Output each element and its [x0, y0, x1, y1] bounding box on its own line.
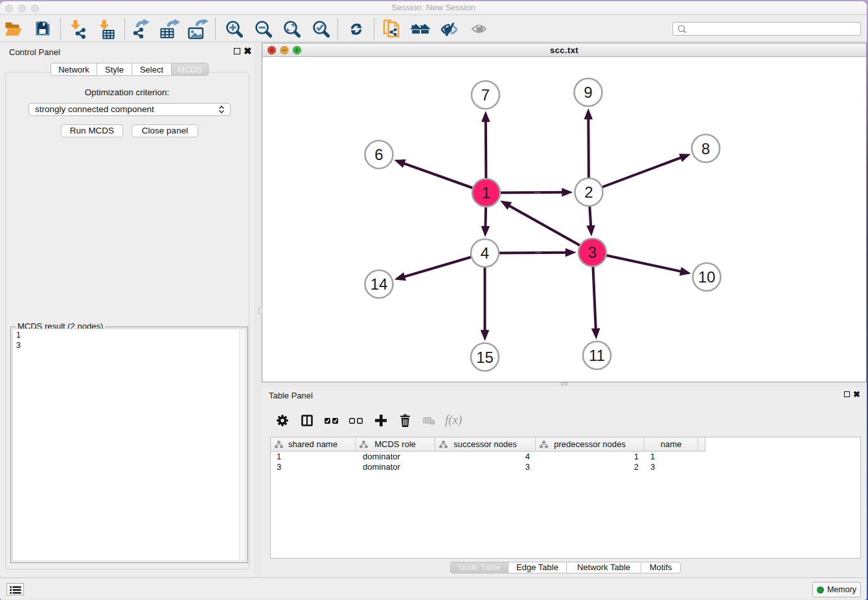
svg-text:1: 1	[482, 184, 490, 202]
svg-text:2: 2	[584, 183, 593, 201]
svg-text:3: 3	[588, 244, 597, 261]
svg-text:9: 9	[584, 84, 592, 101]
svg-text:15: 15	[476, 349, 494, 366]
svg-text:4: 4	[481, 244, 489, 262]
svg-text:14: 14	[371, 275, 388, 293]
svg-text:10: 10	[698, 268, 716, 286]
svg-text:6: 6	[374, 146, 383, 163]
svg-text:8: 8	[702, 140, 710, 157]
svg-text:7: 7	[481, 86, 490, 104]
svg-text:11: 11	[589, 347, 605, 364]
